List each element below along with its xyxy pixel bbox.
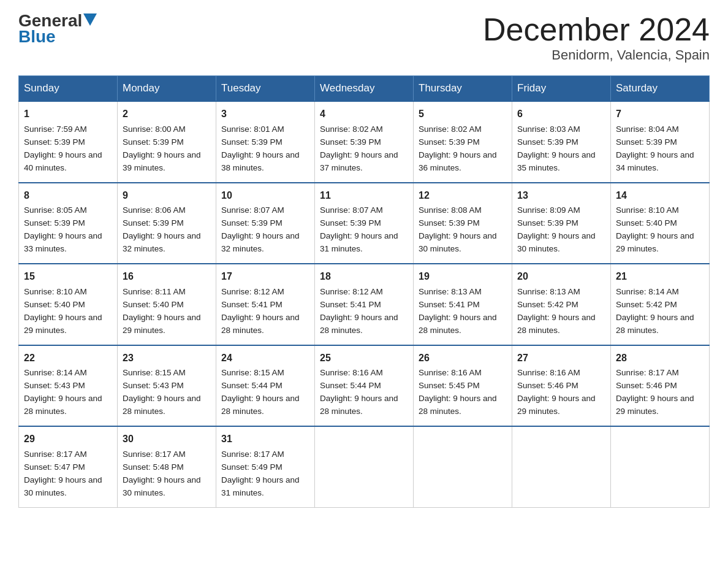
sunset-text: Sunset: 5:48 PM <box>123 462 184 472</box>
calendar-week-row: 15Sunrise: 8:10 AMSunset: 5:40 PMDayligh… <box>19 264 710 345</box>
calendar-cell: 22Sunrise: 8:14 AMSunset: 5:43 PMDayligh… <box>19 345 118 426</box>
day-number: 3 <box>221 107 309 122</box>
calendar-header-tuesday: Tuesday <box>216 76 315 102</box>
day-number: 20 <box>517 269 605 285</box>
daylight-text: Daylight: 9 hours and 28 minutes. <box>24 394 102 416</box>
sunset-text: Sunset: 5:41 PM <box>320 300 381 309</box>
sunrise-text: Sunrise: 8:10 AM <box>24 287 87 296</box>
calendar-week-row: 29Sunrise: 8:17 AMSunset: 5:47 PMDayligh… <box>19 426 710 507</box>
calendar-cell <box>315 426 414 507</box>
sunrise-text: Sunrise: 8:17 AM <box>123 450 186 459</box>
calendar-cell: 29Sunrise: 8:17 AMSunset: 5:47 PMDayligh… <box>19 426 118 507</box>
sunrise-text: Sunrise: 8:13 AM <box>419 287 482 296</box>
svg-marker-0 <box>83 13 97 26</box>
sunset-text: Sunset: 5:40 PM <box>24 300 85 309</box>
calendar-cell: 6Sunrise: 8:03 AMSunset: 5:39 PMDaylight… <box>512 101 611 182</box>
daylight-text: Daylight: 9 hours and 28 minutes. <box>123 394 201 416</box>
calendar-cell: 7Sunrise: 8:04 AMSunset: 5:39 PMDaylight… <box>611 101 710 182</box>
calendar-cell: 20Sunrise: 8:13 AMSunset: 5:42 PMDayligh… <box>512 264 611 345</box>
day-number: 21 <box>616 269 704 285</box>
sunset-text: Sunset: 5:41 PM <box>221 300 282 309</box>
sunrise-text: Sunrise: 8:02 AM <box>320 124 383 134</box>
day-number: 30 <box>123 432 211 447</box>
day-number: 1 <box>24 107 112 122</box>
daylight-text: Daylight: 9 hours and 30 minutes. <box>24 475 102 497</box>
calendar-header-row: SundayMondayTuesdayWednesdayThursdayFrid… <box>19 76 710 102</box>
calendar-header-monday: Monday <box>118 76 216 102</box>
sunrise-text: Sunrise: 8:06 AM <box>123 205 186 215</box>
sunset-text: Sunset: 5:39 PM <box>123 137 184 147</box>
calendar-cell: 1Sunrise: 7:59 AMSunset: 5:39 PMDaylight… <box>19 101 118 182</box>
day-number: 10 <box>221 188 309 204</box>
sunset-text: Sunset: 5:39 PM <box>221 137 282 147</box>
day-number: 28 <box>616 351 704 366</box>
sunrise-text: Sunrise: 8:15 AM <box>221 368 284 377</box>
calendar-cell: 21Sunrise: 8:14 AMSunset: 5:42 PMDayligh… <box>611 264 710 345</box>
sunset-text: Sunset: 5:45 PM <box>419 381 480 390</box>
sunset-text: Sunset: 5:41 PM <box>419 300 480 309</box>
sunset-text: Sunset: 5:44 PM <box>320 381 381 390</box>
sunrise-text: Sunrise: 8:16 AM <box>419 368 482 377</box>
sunrise-text: Sunrise: 8:12 AM <box>320 287 383 296</box>
sunset-text: Sunset: 5:46 PM <box>517 381 578 390</box>
day-number: 18 <box>320 269 408 285</box>
day-number: 2 <box>123 107 211 122</box>
calendar-subtitle: Benidorm, Valencia, Spain <box>483 47 710 63</box>
day-number: 25 <box>320 351 408 366</box>
daylight-text: Daylight: 9 hours and 31 minutes. <box>320 231 398 253</box>
sunrise-text: Sunrise: 8:04 AM <box>616 124 679 134</box>
daylight-text: Daylight: 9 hours and 28 minutes. <box>419 394 497 416</box>
daylight-text: Daylight: 9 hours and 29 minutes. <box>24 313 102 335</box>
calendar-cell: 26Sunrise: 8:16 AMSunset: 5:45 PMDayligh… <box>414 345 512 426</box>
sunrise-text: Sunrise: 8:07 AM <box>320 205 383 215</box>
daylight-text: Daylight: 9 hours and 40 minutes. <box>24 150 102 172</box>
sunset-text: Sunset: 5:39 PM <box>123 218 184 228</box>
day-number: 27 <box>517 351 605 366</box>
day-number: 13 <box>517 188 605 204</box>
day-number: 5 <box>419 107 507 122</box>
sunrise-text: Sunrise: 8:17 AM <box>221 450 284 459</box>
day-number: 16 <box>123 269 211 285</box>
calendar-header-sunday: Sunday <box>19 76 118 102</box>
calendar-cell: 3Sunrise: 8:01 AMSunset: 5:39 PMDaylight… <box>216 101 315 182</box>
day-number: 7 <box>616 107 704 122</box>
day-number: 6 <box>517 107 605 122</box>
logo-blue-text: Blue <box>18 27 56 47</box>
sunrise-text: Sunrise: 8:16 AM <box>517 368 580 377</box>
daylight-text: Daylight: 9 hours and 28 minutes. <box>221 313 300 335</box>
sunrise-text: Sunrise: 8:00 AM <box>123 124 186 134</box>
sunrise-text: Sunrise: 8:09 AM <box>517 205 580 215</box>
calendar-cell: 17Sunrise: 8:12 AMSunset: 5:41 PMDayligh… <box>216 264 315 345</box>
calendar-cell: 15Sunrise: 8:10 AMSunset: 5:40 PMDayligh… <box>19 264 118 345</box>
calendar-cell: 30Sunrise: 8:17 AMSunset: 5:48 PMDayligh… <box>118 426 216 507</box>
day-number: 11 <box>320 188 408 204</box>
sunset-text: Sunset: 5:44 PM <box>221 381 282 390</box>
sunset-text: Sunset: 5:39 PM <box>24 137 85 147</box>
logo-triangle-icon <box>83 13 97 26</box>
daylight-text: Daylight: 9 hours and 31 minutes. <box>221 475 300 497</box>
daylight-text: Daylight: 9 hours and 30 minutes. <box>517 231 596 253</box>
daylight-text: Daylight: 9 hours and 38 minutes. <box>221 150 300 172</box>
calendar-cell: 14Sunrise: 8:10 AMSunset: 5:40 PMDayligh… <box>611 183 710 264</box>
calendar-header-thursday: Thursday <box>414 76 512 102</box>
calendar-header-wednesday: Wednesday <box>315 76 414 102</box>
sunset-text: Sunset: 5:42 PM <box>517 300 578 309</box>
sunset-text: Sunset: 5:46 PM <box>616 381 677 390</box>
day-number: 29 <box>24 432 112 447</box>
calendar-cell <box>414 426 512 507</box>
sunrise-text: Sunrise: 8:13 AM <box>517 287 580 296</box>
daylight-text: Daylight: 9 hours and 30 minutes. <box>123 475 201 497</box>
calendar-cell: 9Sunrise: 8:06 AMSunset: 5:39 PMDaylight… <box>118 183 216 264</box>
sunset-text: Sunset: 5:43 PM <box>123 381 184 390</box>
calendar-cell: 31Sunrise: 8:17 AMSunset: 5:49 PMDayligh… <box>216 426 315 507</box>
sunset-text: Sunset: 5:39 PM <box>320 218 381 228</box>
sunset-text: Sunset: 5:47 PM <box>24 462 85 472</box>
daylight-text: Daylight: 9 hours and 28 minutes. <box>320 394 398 416</box>
sunrise-text: Sunrise: 8:02 AM <box>419 124 482 134</box>
sunrise-text: Sunrise: 8:03 AM <box>517 124 580 134</box>
daylight-text: Daylight: 9 hours and 30 minutes. <box>419 231 497 253</box>
calendar-cell: 5Sunrise: 8:02 AMSunset: 5:39 PMDaylight… <box>414 101 512 182</box>
sunrise-text: Sunrise: 8:12 AM <box>221 287 284 296</box>
calendar-cell <box>611 426 710 507</box>
daylight-text: Daylight: 9 hours and 36 minutes. <box>419 150 497 172</box>
